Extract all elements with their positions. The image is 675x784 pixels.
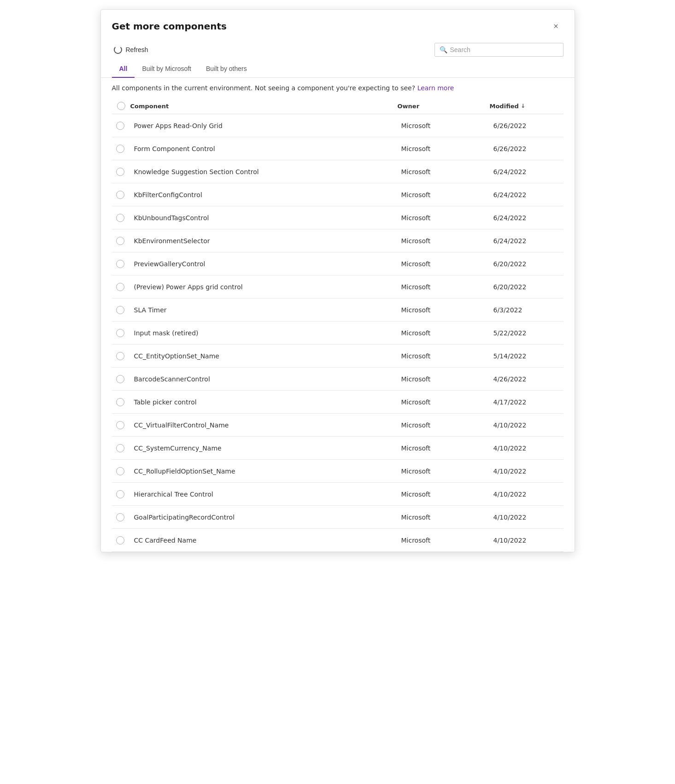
- row-checkbox[interactable]: [116, 490, 124, 498]
- component-cell: KbFilterConfigControl: [130, 185, 398, 205]
- table-row[interactable]: KbFilterConfigControl Microsoft 6/24/202…: [112, 183, 563, 206]
- modified-cell: 6/20/2022: [490, 277, 563, 297]
- row-checkbox[interactable]: [116, 329, 124, 337]
- owner-cell: Microsoft: [398, 185, 490, 205]
- component-cell: CC_RollupFieldOptionSet_Name: [130, 461, 398, 481]
- refresh-icon: [114, 46, 122, 54]
- table-row[interactable]: GoalParticipatingRecordControl Microsoft…: [112, 506, 563, 529]
- table-row[interactable]: KbUnboundTagsControl Microsoft 6/24/2022: [112, 206, 563, 229]
- row-checkbox[interactable]: [116, 214, 124, 222]
- component-cell: KbUnboundTagsControl: [130, 208, 398, 228]
- row-checkbox-cell: [112, 253, 130, 275]
- row-checkbox-cell: [112, 184, 130, 205]
- table-header-row: Component Owner Modified ↓: [112, 98, 563, 114]
- table-row[interactable]: Hierarchical Tree Control Microsoft 4/10…: [112, 483, 563, 506]
- table-row[interactable]: SLA Timer Microsoft 6/3/2022: [112, 298, 563, 322]
- component-cell: CC_EntityOptionSet_Name: [130, 346, 398, 366]
- row-checkbox[interactable]: [116, 421, 124, 429]
- modified-cell: 6/26/2022: [490, 116, 563, 136]
- modified-cell: 4/26/2022: [490, 369, 563, 389]
- row-checkbox-cell: [112, 115, 130, 136]
- owner-cell: Microsoft: [398, 484, 490, 504]
- owner-cell: Microsoft: [398, 231, 490, 251]
- table-row[interactable]: Table picker control Microsoft 4/17/2022: [112, 391, 563, 414]
- owner-cell: Microsoft: [398, 438, 490, 458]
- owner-cell: Microsoft: [398, 461, 490, 481]
- modified-cell: 5/22/2022: [490, 323, 563, 343]
- row-checkbox[interactable]: [116, 444, 124, 452]
- table-row[interactable]: Power Apps Read-Only Grid Microsoft 6/26…: [112, 114, 563, 137]
- owner-cell: Microsoft: [398, 346, 490, 366]
- owner-cell: Microsoft: [398, 415, 490, 435]
- search-box: 🔍: [434, 43, 563, 57]
- row-checkbox[interactable]: [116, 168, 124, 176]
- owner-cell: Microsoft: [398, 530, 490, 550]
- refresh-button[interactable]: Refresh: [110, 43, 152, 57]
- row-checkbox[interactable]: [116, 467, 124, 475]
- owner-cell: Microsoft: [398, 277, 490, 297]
- table-row[interactable]: CC CardFeed Name Microsoft 4/10/2022: [112, 529, 563, 552]
- row-checkbox[interactable]: [116, 513, 124, 521]
- row-checkbox[interactable]: [116, 283, 124, 291]
- row-checkbox[interactable]: [116, 145, 124, 153]
- row-checkbox[interactable]: [116, 306, 124, 314]
- row-checkbox[interactable]: [116, 375, 124, 383]
- table-row[interactable]: CC_SystemCurrency_Name Microsoft 4/10/20…: [112, 437, 563, 460]
- modified-header[interactable]: Modified ↓: [490, 102, 563, 110]
- table-row[interactable]: CC_EntityOptionSet_Name Microsoft 5/14/2…: [112, 345, 563, 368]
- owner-cell: Microsoft: [398, 116, 490, 136]
- close-icon: ×: [553, 22, 558, 31]
- owner-cell: Microsoft: [398, 208, 490, 228]
- row-checkbox[interactable]: [116, 122, 124, 130]
- row-checkbox[interactable]: [116, 191, 124, 199]
- table-row[interactable]: Knowledge Suggestion Section Control Mic…: [112, 160, 563, 183]
- owner-cell: Microsoft: [398, 392, 490, 412]
- row-checkbox-cell: [112, 161, 130, 182]
- table-row[interactable]: PreviewGalleryControl Microsoft 6/20/202…: [112, 252, 563, 275]
- toolbar: Refresh 🔍: [101, 39, 575, 60]
- row-checkbox-cell: [112, 345, 130, 367]
- owner-cell: Microsoft: [398, 323, 490, 343]
- modified-cell: 6/24/2022: [490, 185, 563, 205]
- tab-built-by-microsoft[interactable]: Built by Microsoft: [135, 60, 199, 78]
- component-cell: CC CardFeed Name: [130, 530, 398, 550]
- row-checkbox[interactable]: [116, 260, 124, 268]
- row-checkbox[interactable]: [116, 398, 124, 406]
- row-checkbox[interactable]: [116, 237, 124, 245]
- owner-cell: Microsoft: [398, 254, 490, 274]
- row-checkbox[interactable]: [116, 536, 124, 544]
- table-row[interactable]: Input mask (retired) Microsoft 5/22/2022: [112, 322, 563, 345]
- get-more-components-dialog: Get more components × Refresh 🔍 All Buil…: [100, 9, 575, 552]
- component-cell: BarcodeScannerControl: [130, 369, 398, 389]
- table-row[interactable]: CC_VirtualFilterControl_Name Microsoft 4…: [112, 414, 563, 437]
- table-row[interactable]: CC_RollupFieldOptionSet_Name Microsoft 4…: [112, 460, 563, 483]
- sort-icon: ↓: [521, 103, 525, 109]
- row-checkbox-cell: [112, 484, 130, 505]
- row-checkbox-cell: [112, 138, 130, 159]
- table-row[interactable]: (Preview) Power Apps grid control Micros…: [112, 275, 563, 298]
- owner-header: Owner: [398, 102, 490, 110]
- table-row[interactable]: Form Component Control Microsoft 6/26/20…: [112, 137, 563, 160]
- component-cell: KbEnvironmentSelector: [130, 231, 398, 251]
- tab-all[interactable]: All: [112, 60, 135, 78]
- select-all-checkbox[interactable]: [117, 102, 125, 110]
- row-checkbox-cell: [112, 530, 130, 551]
- info-text: All components in the current environmen…: [112, 84, 416, 92]
- row-checkbox-cell: [112, 276, 130, 298]
- owner-cell: Microsoft: [398, 369, 490, 389]
- search-input[interactable]: [450, 46, 558, 53]
- learn-more-link[interactable]: Learn more: [417, 84, 454, 92]
- table-row[interactable]: KbEnvironmentSelector Microsoft 6/24/202…: [112, 229, 563, 252]
- tab-built-by-others[interactable]: Built by others: [199, 60, 254, 78]
- table-row[interactable]: BarcodeScannerControl Microsoft 4/26/202…: [112, 368, 563, 391]
- search-icon: 🔍: [440, 46, 447, 53]
- tabs-bar: All Built by Microsoft Built by others: [101, 60, 575, 78]
- component-cell: PreviewGalleryControl: [130, 254, 398, 274]
- row-checkbox[interactable]: [116, 352, 124, 360]
- component-cell: SLA Timer: [130, 300, 398, 320]
- row-checkbox-cell: [112, 299, 130, 321]
- close-button[interactable]: ×: [549, 19, 563, 34]
- component-cell: Power Apps Read-Only Grid: [130, 116, 398, 136]
- row-checkbox-cell: [112, 415, 130, 436]
- info-bar: All components in the current environmen…: [101, 78, 575, 98]
